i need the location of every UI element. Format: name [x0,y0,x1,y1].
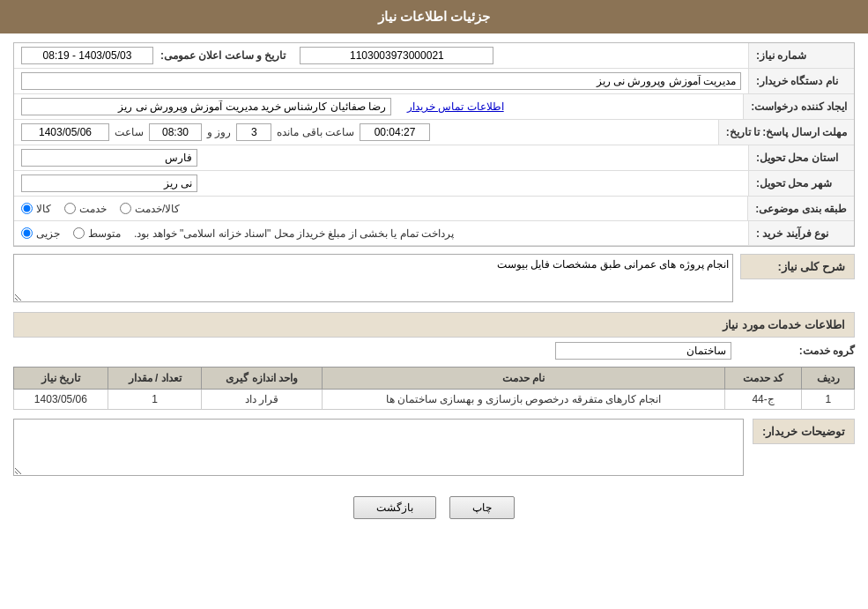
page-title: جزئیات اطلاعات نیاز [378,9,490,24]
main-info-section: شماره نیاز: تاریخ و ساعت اعلان عمومی: نا… [13,42,855,247]
buyer-notes-section: توضیحات خریدار: [13,419,855,479]
need-number-value [293,43,748,68]
services-table: ردیف کد حدمت نام حدمت واحد اندازه گیری ت… [13,367,855,410]
time-label: ساعت [115,126,144,138]
service-group-input[interactable] [555,342,731,360]
province-input[interactable] [21,149,197,167]
need-desc-textarea[interactable]: انجام پروژه های عمرانی طبق مشخصات فایل ب… [13,254,733,302]
need-number-input[interactable] [300,47,493,64]
col-header-date: تاریخ نیاز [14,368,108,390]
cell-date: 1403/05/06 [14,390,108,410]
col-header-unit: واحد اندازه گیری [202,368,323,390]
col-header-service-code: کد حدمت [724,368,802,390]
process-option-partial[interactable]: جزیی [21,227,60,240]
process-row: نوع فرآیند خرید : پرداخت تمام یا بخشی از… [14,221,854,246]
category-label: طبقه بندی موضوعی: [747,197,854,220]
deadline-time-input[interactable] [149,123,202,141]
need-desc-title: شرح کلی نیاز: [740,254,855,279]
buyer-notes-label: توضیحات خریدار: [753,419,855,444]
category-option-goods-service[interactable]: کالا/خدمت [120,203,180,215]
category-option-goods[interactable]: کالا [21,203,51,215]
service-group-label: گروه خدمت: [740,345,855,357]
deadline-days-input[interactable] [236,123,271,141]
col-header-quantity: تعداد / مقدار [108,368,202,390]
deadline-row: مهلت ارسال پاسخ: تا تاریخ: ساعت باقی مان… [14,120,854,145]
days-label: روز و [207,126,231,138]
cell-service-name: انجام کارهای متفرقه درخصوص بازسازی و بهس… [323,390,725,410]
process-option-medium[interactable]: متوسط [73,227,121,240]
city-row: شهر محل تحویل: [14,171,854,197]
service-info-title: اطلاعات خدمات مورد نیاز [13,312,855,338]
process-note: پرداخت تمام یا بخشی از مبلغ خریداز محل "… [134,227,454,240]
cell-quantity: 1 [108,390,202,410]
cell-row-num: 1 [802,390,855,410]
announce-date-input[interactable] [21,47,153,64]
need-number-label: شماره نیاز: [748,43,854,68]
service-group-row: گروه خدمت: [13,342,855,360]
col-header-service-name: نام حدمت [323,368,725,390]
print-button[interactable]: چاپ [449,496,515,519]
category-option-service[interactable]: خدمت [64,203,107,215]
need-desc-container: انجام پروژه های عمرانی طبق مشخصات فایل ب… [13,254,733,305]
buyer-org-input[interactable] [21,72,741,90]
creator-label: ایجاد کننده درخواست: [743,94,854,119]
creator-input[interactable] [21,98,391,115]
deadline-label: مهلت ارسال پاسخ: تا تاریخ: [718,120,854,145]
process-label: نوع فرآیند خرید : [748,221,854,245]
buyer-org-value [14,69,748,93]
announce-date-label: تاریخ و ساعت اعلان عمومی: [160,49,286,62]
cell-service-code: ج-44 [724,390,802,410]
buyer-notes-textarea[interactable] [13,419,744,476]
col-header-row-num: ردیف [802,368,855,390]
buyer-notes-container [13,419,744,479]
page-header: جزئیات اطلاعات نیاز [0,0,868,33]
province-label: استان محل تحویل: [748,145,854,170]
button-row: چاپ بازگشت [13,487,855,528]
category-row: طبقه بندی موضوعی: کالا/خدمت خدمت کالا [14,197,854,221]
remaining-label: ساعت باقی مانده [277,126,354,138]
creator-contact-link[interactable]: اطلاعات تماس خریدار [407,100,504,113]
cell-unit: قرار داد [202,390,323,410]
back-button[interactable]: بازگشت [353,496,436,519]
city-input[interactable] [21,175,197,192]
buyer-org-label: نام دستگاه خریدار: [748,69,854,93]
need-number-row: شماره نیاز: تاریخ و ساعت اعلان عمومی: [14,43,854,69]
city-label: شهر محل تحویل: [748,171,854,196]
province-row: استان محل تحویل: [14,145,854,171]
table-row: 1 ج-44 انجام کارهای متفرقه درخصوص بازساز… [14,390,855,410]
creator-row: ایجاد کننده درخواست: اطلاعات تماس خریدار [14,94,854,120]
deadline-date-input[interactable] [21,123,109,141]
deadline-remaining-input[interactable] [360,123,430,141]
services-table-section: ردیف کد حدمت نام حدمت واحد اندازه گیری ت… [13,367,855,410]
need-desc-section: شرح کلی نیاز: انجام پروژه های عمرانی طبق… [13,254,855,305]
buyer-org-row: نام دستگاه خریدار: [14,69,854,94]
